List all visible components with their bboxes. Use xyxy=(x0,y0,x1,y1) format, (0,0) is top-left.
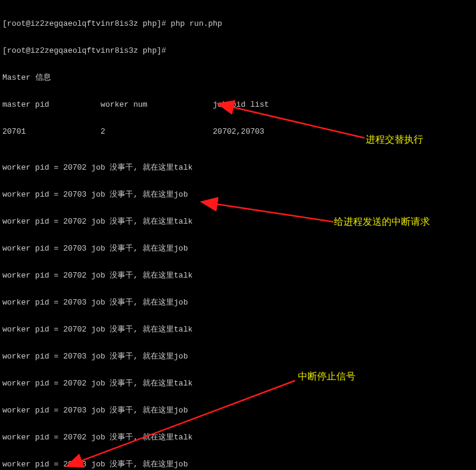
column-headers: master pid worker num job pid list xyxy=(2,100,269,109)
worker-line: worker pid = 20702 job 没事干, 就在这里talk xyxy=(2,271,269,280)
worker-line: worker pid = 20703 job 没事干, 就在这里job xyxy=(2,406,269,415)
worker-line: worker pid = 20703 job 没事干, 就在这里job xyxy=(2,352,269,361)
annotation-alt-exec: 进程交替执行 xyxy=(366,135,423,144)
prompt-line-2[interactable]: [root@iz2zegqaeolqftvinr8is3z php]# xyxy=(2,46,269,55)
annotation-interrupt-req: 给进程发送的中断请求 xyxy=(334,217,430,226)
worker-line: worker pid = 20702 job 没事干, 就在这里talk xyxy=(2,433,269,442)
prompt-line-1[interactable]: [root@iz2zegqaeolqftvinr8is3z php]# php … xyxy=(2,19,269,28)
worker-line: worker pid = 20703 job 没事干, 就在这里job xyxy=(2,298,269,307)
worker-line: worker pid = 20702 job 没事干, 就在这里talk xyxy=(2,163,269,172)
worker-line: worker pid = 20703 job 没事干, 就在这里job xyxy=(2,244,269,253)
worker-line: worker pid = 20702 job 没事干, 就在这里talk xyxy=(2,325,269,334)
worker-line: worker pid = 20702 job 没事干, 就在这里talk xyxy=(2,379,269,388)
annotation-stop-signal: 中断停止信号 xyxy=(298,372,356,381)
master-header: Master 信息 xyxy=(2,73,269,82)
column-values: 20701 2 20702,20703 xyxy=(2,127,269,136)
terminal-output: [root@iz2zegqaeolqftvinr8is3z php]# php … xyxy=(0,0,272,470)
worker-line: worker pid = 20702 job 没事干, 就在这里talk xyxy=(2,217,269,226)
worker-line: worker pid = 20703 job 没事干, 就在这里job xyxy=(2,190,269,199)
worker-line: worker pid = 20703 job 没事干, 就在这里job xyxy=(2,460,269,469)
